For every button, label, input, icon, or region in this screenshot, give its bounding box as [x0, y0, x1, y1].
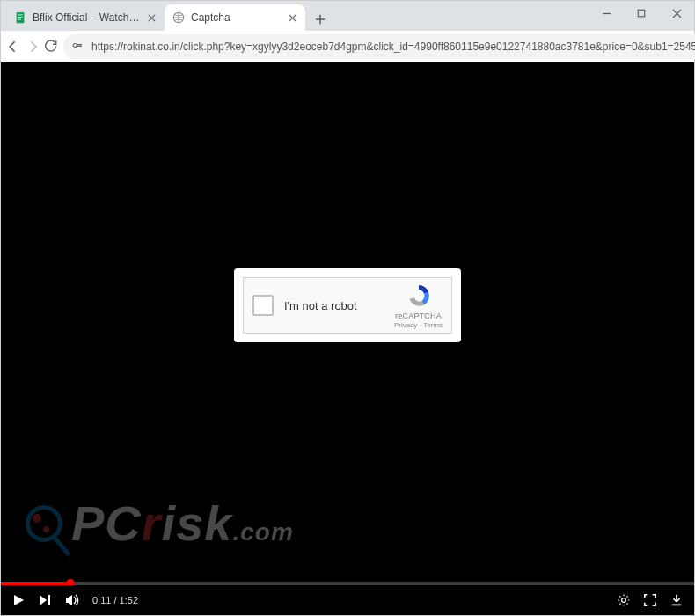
- new-tab-button[interactable]: [309, 8, 332, 31]
- close-icon[interactable]: [286, 11, 298, 24]
- wm-domain: .com: [232, 518, 293, 546]
- address-bar[interactable]: https://rokinat.co.in/click.php?key=xgyl…: [63, 34, 695, 59]
- tab-title: Bflix Official – Watch Movies an…: [33, 11, 140, 24]
- url-text: https://rokinat.co.in/click.php?key=xgyl…: [91, 40, 695, 53]
- play-button[interactable]: [11, 593, 26, 607]
- wm-r: r: [142, 495, 162, 551]
- svg-rect-1: [18, 15, 22, 16]
- nav-forward-button[interactable]: [26, 34, 40, 59]
- magnifier-bug-icon: [26, 505, 62, 542]
- fullscreen-button[interactable]: [643, 593, 657, 607]
- pcrisk-watermark: PCrisk.com: [26, 495, 294, 552]
- tab-title: Captcha: [191, 11, 281, 24]
- captcha-brand: reCAPTCHA Privacy - Terms: [394, 282, 443, 329]
- watermark-text: PCrisk.com: [71, 495, 294, 552]
- wm-pc: PC: [71, 495, 142, 551]
- captcha-label: I'm not a robot: [284, 299, 384, 312]
- time-total: 1:52: [120, 595, 138, 605]
- window-close-button[interactable]: [664, 4, 689, 22]
- time-sep: /: [111, 595, 119, 605]
- tab-active[interactable]: Captcha: [165, 4, 305, 31]
- video-time: 0:11 / 1:52: [92, 595, 138, 605]
- browser-toolbar: https://rokinat.co.in/click.php?key=xgyl…: [1, 31, 694, 62]
- time-current: 0:11: [92, 595, 111, 605]
- page-content: I'm not a robot reCAPTCHA Privacy - Term…: [1, 62, 694, 615]
- svg-point-6: [73, 43, 77, 47]
- download-button[interactable]: [669, 593, 684, 607]
- svg-rect-2: [18, 17, 22, 18]
- next-button[interactable]: [38, 593, 52, 607]
- window-controls: [594, 4, 689, 22]
- wm-isk: isk: [162, 495, 233, 551]
- site-info-icon[interactable]: [72, 40, 84, 54]
- svg-rect-3: [18, 19, 21, 20]
- window-maximize-button[interactable]: [629, 4, 654, 22]
- settings-gear-icon[interactable]: [617, 593, 631, 607]
- captcha-dialog: I'm not a robot reCAPTCHA Privacy - Term…: [234, 268, 461, 342]
- svg-point-11: [622, 598, 626, 603]
- tab-favicon-globe-icon: [172, 11, 186, 25]
- browser-window: Bflix Official – Watch Movies an… Captch…: [0, 0, 695, 616]
- captcha-brand-name: reCAPTCHA: [395, 312, 442, 320]
- captcha-checkbox[interactable]: [252, 295, 274, 316]
- captcha-brand-links[interactable]: Privacy - Terms: [394, 321, 443, 329]
- tab-favicon-doc-icon: [13, 11, 27, 25]
- svg-rect-5: [638, 10, 645, 17]
- video-controls: 0:11 / 1:52: [1, 585, 694, 615]
- tab-inactive[interactable]: Bflix Official – Watch Movies an…: [6, 4, 165, 31]
- nav-reload-button[interactable]: [45, 34, 58, 59]
- window-minimize-button[interactable]: [594, 4, 618, 22]
- tab-strip: Bflix Official – Watch Movies an… Captch…: [1, 1, 694, 31]
- close-icon[interactable]: [145, 11, 157, 24]
- nav-back-button[interactable]: [6, 34, 20, 59]
- recaptcha-logo-icon: [406, 282, 432, 311]
- captcha-widget: I'm not a robot reCAPTCHA Privacy - Term…: [243, 277, 452, 334]
- volume-button[interactable]: [64, 592, 80, 608]
